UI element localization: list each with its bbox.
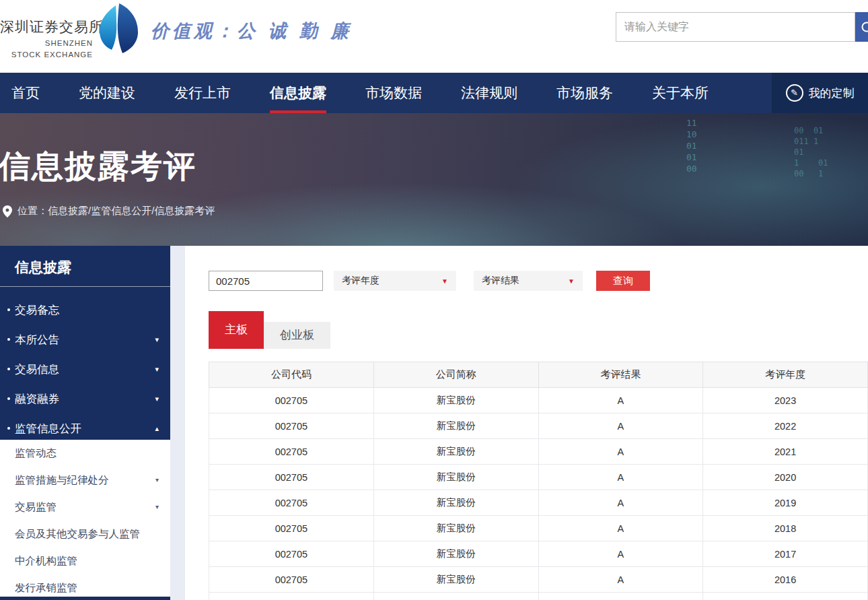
cell-result: A (538, 516, 703, 541)
main-nav-list: 首页 党的建设 发行上市 信息披露 市场数据 法律规则 市场服务 关于本所 (0, 73, 868, 113)
subitem-member-supervision[interactable]: 会员及其他交易参与人监管 (0, 521, 170, 547)
cell-code: 002705 (209, 465, 374, 490)
nav-item-services[interactable]: 市场服务 (556, 73, 613, 113)
dropdown-arrow-icon: ▼ (568, 277, 575, 285)
cell-code: 002705 (209, 490, 374, 516)
content-gutter (170, 246, 185, 600)
sidebar-title: 信息披露 (0, 246, 170, 287)
evaluation-year-select[interactable]: 考评年度 ▼ (334, 271, 456, 291)
cell-result: A (538, 465, 703, 490)
chevron-up-icon: ▴ (155, 413, 159, 443)
search-icon (861, 21, 868, 36)
main-content: 考评年度 ▼ 考评结果 ▼ 查询 主板 创业板 公司代码 公司简称 考评结果 考… (185, 246, 868, 600)
cell-code: 002705 (209, 388, 374, 413)
sidebar-sublist: 监管动态 监管措施与纪律处分 ▾ 交易监管 ▾ 会员及其他交易参与人监管 中介机… (0, 440, 170, 600)
subitem-label: 发行承销监管 (15, 582, 77, 593)
nav-item-party-building[interactable]: 党的建设 (79, 73, 135, 113)
logo-en-line1: SHENZHEN (0, 38, 93, 48)
cell-year: 2016 (703, 567, 868, 593)
hero-banner: 信息披露考评 位置：信息披露/监管信息公开/信息披露考评 (0, 113, 868, 246)
evaluation-year-label: 考评年度 (342, 275, 379, 287)
subitem-trading-supervision[interactable]: 交易监管 ▾ (0, 494, 170, 521)
cell-year: 2018 (703, 516, 868, 541)
location-pin-icon (3, 205, 12, 218)
cell-result: A (538, 388, 703, 413)
subitem-regulatory-measures[interactable]: 监管措施与纪律处分 ▾ (0, 467, 170, 494)
sidebar-item-trading-info[interactable]: 交易信息 ▾ (0, 354, 170, 384)
cell-result: A (538, 413, 703, 439)
evaluation-table: 公司代码 公司简称 考评结果 考评年度 002705 新宝股份 A 2023 0… (209, 362, 868, 600)
table-row: 002705 新宝股份 A 2019 (209, 490, 868, 516)
cell-result: A (538, 490, 703, 516)
chevron-down-icon: ▾ (155, 354, 159, 384)
site-search-box (616, 12, 855, 42)
sidebar-list: 交易备忘 本所公告 ▾ 交易信息 ▾ 融资融券 ▾ 监管信息公开 ▴ (0, 295, 170, 443)
sidebar-item-margin-trading[interactable]: 融资融券 ▾ (0, 384, 170, 413)
nav-item-disclosure[interactable]: 信息披露 (270, 73, 326, 113)
logo-text[interactable]: 深圳证券交易所 SHENZHEN STOCK EXCHANGE (0, 18, 93, 59)
nav-item-rules[interactable]: 法律规则 (461, 73, 517, 113)
nav-item-about[interactable]: 关于本所 (652, 73, 709, 113)
tab-main-board[interactable]: 主板 (209, 311, 264, 349)
nav-item-listing[interactable]: 发行上市 (174, 73, 231, 113)
sidebar-item-label: 监管信息公开 (15, 422, 81, 434)
cell-name: 新宝股份 (373, 465, 538, 490)
cell-code: 002705 (209, 413, 374, 439)
table-row-partial (209, 593, 868, 600)
cell-name: 新宝股份 (373, 439, 538, 465)
main-nav: 首页 党的建设 发行上市 信息披露 市场数据 法律规则 市场服务 关于本所 ✎ … (0, 73, 868, 113)
top-header: 深圳证券交易所 SHENZHEN STOCK EXCHANGE 价值观：公 诚 … (0, 0, 868, 73)
evaluation-result-label: 考评结果 (482, 275, 519, 287)
table-row: 002705 新宝股份 A 2016 (209, 567, 868, 593)
nav-item-market-data[interactable]: 市场数据 (365, 73, 422, 113)
cell-name: 新宝股份 (373, 516, 538, 541)
chevron-down-icon: ▾ (155, 467, 159, 494)
cell-code: 002705 (209, 541, 374, 567)
sidebar-item-exchange-announcements[interactable]: 本所公告 ▾ (0, 325, 170, 354)
my-customization-label: 我的定制 (809, 86, 855, 101)
cell-name (373, 593, 538, 600)
cell-result: A (538, 567, 703, 593)
query-button[interactable]: 查询 (596, 271, 650, 291)
table-row: 002705 新宝股份 A 2022 (209, 413, 868, 439)
subitem-label: 会员及其他交易参与人监管 (15, 528, 140, 539)
site-search-input[interactable] (616, 13, 855, 41)
site-search-button[interactable] (855, 12, 868, 42)
chevron-down-icon: ▾ (155, 325, 159, 354)
chevron-down-icon: ▾ (155, 384, 159, 413)
sidebar-item-label: 融资融券 (15, 393, 59, 405)
col-eval-year: 考评年度 (703, 362, 868, 388)
sidebar-item-regulatory-disclosure[interactable]: 监管信息公开 ▴ (0, 413, 170, 443)
cell-result: A (538, 439, 703, 465)
cell-name: 新宝股份 (373, 388, 538, 413)
cell-name: 新宝股份 (373, 541, 538, 567)
nav-item-home[interactable]: 首页 (11, 73, 40, 113)
tab-chinext[interactable]: 创业板 (264, 322, 330, 349)
cell-name: 新宝股份 (373, 490, 538, 516)
cell-code: 002705 (209, 516, 374, 541)
sidebar-next-section-strip (0, 597, 170, 600)
cell-code (209, 593, 374, 600)
cell-year: 2017 (703, 541, 868, 567)
col-company-name: 公司简称 (373, 362, 538, 388)
subitem-intermediary-supervision[interactable]: 中介机构监管 (0, 547, 170, 574)
cell-year: 2019 (703, 490, 868, 516)
cell-code: 002705 (209, 567, 374, 593)
szse-logo-icon[interactable] (97, 3, 139, 54)
subitem-regulatory-news[interactable]: 监管动态 (0, 440, 170, 467)
subitem-label: 监管动态 (15, 447, 57, 459)
table-row: 002705 新宝股份 A 2021 (209, 439, 868, 465)
my-customization-button[interactable]: ✎ 我的定制 (772, 73, 868, 113)
cell-result: A (538, 541, 703, 567)
company-code-input[interactable] (209, 271, 323, 291)
cell-year: 2020 (703, 465, 868, 490)
sidebar-item-label: 本所公告 (15, 333, 59, 345)
table-row: 002705 新宝股份 A 2023 (209, 388, 868, 413)
cell-year (703, 593, 868, 600)
sidebar-item-label: 交易信息 (15, 363, 59, 375)
table-header-row: 公司代码 公司简称 考评结果 考评年度 (209, 362, 868, 388)
evaluation-result-select[interactable]: 考评结果 ▼ (474, 271, 583, 291)
table-row: 002705 新宝股份 A 2020 (209, 465, 868, 490)
subitem-label: 监管措施与纪律处分 (15, 474, 109, 486)
sidebar-item-trading-memo[interactable]: 交易备忘 (0, 295, 170, 325)
